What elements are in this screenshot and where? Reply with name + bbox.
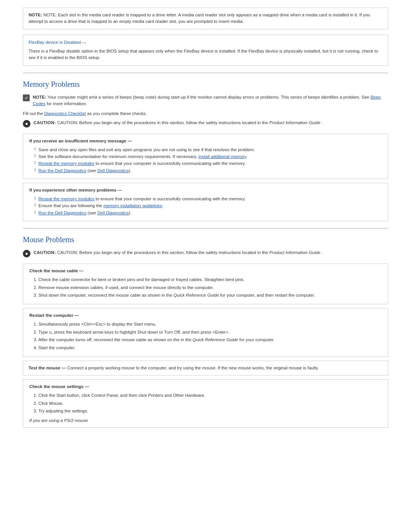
mouse-box-2-heading-text: Restart the computer — (29, 313, 79, 318)
list-item: After the computer turns off, reconnect … (38, 336, 382, 343)
top-note-text: NOTE: Each slot in the media card reader… (29, 13, 370, 24)
test-mouse-bold: Test the mouse — (29, 366, 66, 370)
caution-text-memory: CAUTION: Before you begin any of the pro… (57, 120, 269, 125)
list-item: Type u, press the keyboard arrow keys to… (38, 329, 382, 335)
mouse-box-1-list: Check the cable connector for bent or br… (29, 276, 382, 299)
memory-box-1-heading: If you receive an insufficient memory me… (29, 139, 382, 143)
memory-box-2: If you experience other memory problems … (23, 183, 388, 221)
mouse-section-heading: Mouse Problems (23, 235, 388, 244)
note-label-memory: NOTE: (33, 95, 46, 99)
mouse-box-1: Check the mouse cable — Check the cable … (23, 264, 388, 304)
list-item: Reseat the memory modules to ensure that… (35, 160, 382, 167)
mouse-box-3-heading: Check the mouse settings — (29, 384, 382, 389)
mouse-box-2-heading: Restart the computer — (29, 313, 382, 318)
mouse-box-1-heading: Check the mouse cable — (29, 268, 382, 273)
diagnostics-suffix: as you complete these checks. (87, 111, 147, 116)
install-additional-memory-link[interactable]: install additional memory (198, 154, 246, 159)
caution-icon-memory: ● (23, 120, 30, 128)
memory-box-1: If you receive an insufficient memory me… (23, 134, 388, 179)
top-note-box: NOTE: NOTE: Each slot in the media card … (23, 8, 388, 29)
flexbay-body-text: There is a FlexBay disable option in the… (29, 48, 382, 61)
caution-icon-mouse: ● (23, 250, 30, 257)
list-item: Ensure that you are following the memory… (35, 202, 382, 209)
test-mouse-box: Test the mouse — Connect a properly work… (23, 361, 388, 375)
mouse-box-1-heading-text: Check the mouse cable — (29, 268, 84, 273)
mouse-caution-text: CAUTION: CAUTION: Before you begin any o… (33, 249, 323, 256)
page-content: NOTE: NOTE: Each slot in the media card … (23, 8, 388, 428)
list-item: Check the cable connector for bent or br… (38, 276, 382, 283)
caution-italic-memory: Product Information Guide (269, 120, 320, 125)
memory-caution-row: ● CAUTION: CAUTION: Before you begin any… (23, 120, 388, 128)
dell-diagnostics-link-1[interactable]: Dell Diagnostics (97, 168, 129, 173)
list-item: See the software documentation for minim… (35, 153, 382, 160)
memory-installation-guidelines-link[interactable]: memory installation guidelines (104, 203, 162, 208)
caution-text-mouse: CAUTION: Before you begin any of the pro… (57, 250, 269, 255)
memory-section-heading: Memory Problems (23, 80, 388, 89)
note-icon: ✓ (23, 94, 30, 101)
list-item: Run the Dell Diagnostics (see Dell Diagn… (35, 167, 382, 174)
list-item: Shut down the computer, reconnect the mo… (38, 292, 382, 299)
list-item: Click the Start button, click Control Pa… (38, 392, 382, 399)
list-item: Reseat the memory modules to ensure that… (35, 195, 382, 202)
diagnostics-checklist-link[interactable]: Diagnostics Checklist (44, 111, 86, 116)
memory-note-text: NOTE: Your computer might emit a series … (33, 94, 388, 107)
list-item: Try adjusting the settings. (38, 407, 382, 414)
memory-box-2-list: Reseat the memory modules to ensure that… (29, 195, 382, 216)
memory-note-row: ✓ NOTE: Your computer might emit a serie… (23, 94, 388, 107)
memory-box-1-heading-text: If you receive an insufficient memory me… (29, 139, 132, 143)
mouse-section: Mouse Problems ● CAUTION: CAUTION: Befor… (23, 235, 388, 428)
flexbay-box: FlexBay device is Disabled — There is a … (23, 35, 388, 66)
mouse-box-3: Check the mouse settings — Click the Sta… (23, 379, 388, 428)
diagnostics-line: Fill out the Diagnostics Checklist as yo… (23, 111, 388, 116)
section-divider-2 (23, 228, 388, 228)
memory-box-2-heading: If you experience other memory problems … (29, 188, 382, 192)
memory-box-2-heading-text: If you experience other memory problems … (29, 188, 122, 192)
caution-label-mouse: CAUTION: (33, 250, 56, 255)
memory-note-text1: Your computer might emit a series of bee… (48, 95, 371, 99)
caution-suffix-memory: . (322, 120, 323, 125)
caution-italic-mouse: Product Information Guide (269, 250, 320, 255)
mouse-box-2: Restart the computer — Simultaneously pr… (23, 308, 388, 357)
diagnostics-prefix: Fill out the (23, 111, 44, 116)
mouse-box-3-heading-text: Check the mouse settings — (29, 384, 89, 389)
caution-suffix-mouse: . (322, 250, 323, 255)
mouse-caution-row: ● CAUTION: CAUTION: Before you begin any… (23, 249, 388, 257)
run-dell-diagnostics-link-2[interactable]: Run the Dell Diagnostics (38, 211, 86, 215)
memory-box-1-list: Save and close any open files and exit a… (29, 146, 382, 174)
flexbay-heading-link[interactable]: FlexBay device is Disabled — (29, 40, 86, 45)
list-item: Simultaneously press <Ctrl><Esc> to disp… (38, 321, 382, 328)
list-item: Run the Dell Diagnostics (see Dell Diagn… (35, 209, 382, 216)
caution-label-memory: CAUTION: (33, 120, 56, 125)
dell-diagnostics-link-2[interactable]: Dell Diagnostics (97, 211, 129, 215)
mouse-box-3-list: Click the Start button, click Control Pa… (29, 392, 382, 414)
note-label: NOTE: (29, 13, 42, 17)
memory-caution-text: CAUTION: CAUTION: Before you begin any o… (33, 120, 323, 126)
section-divider-1 (23, 73, 388, 73)
test-mouse-text: Connect a properly working mouse to the … (67, 366, 319, 370)
run-dell-diagnostics-link-1[interactable]: Run the Dell Diagnostics (38, 168, 86, 173)
reseat-memory-link-2[interactable]: Reseat the memory modules (38, 197, 94, 201)
list-item: Start the computer. (38, 344, 382, 351)
memory-section: Memory Problems ✓ NOTE: Your computer mi… (23, 80, 388, 221)
memory-note-text2: for more information. (46, 101, 87, 106)
mouse-box-3-footer: If you are using a PS/2 mouse (29, 418, 382, 423)
list-item: Remove mouse extension cables, if used, … (38, 284, 382, 291)
reseat-memory-link[interactable]: Reseat the memory modules (38, 161, 94, 166)
mouse-box-2-list: Simultaneously press <Ctrl><Esc> to disp… (29, 321, 382, 351)
list-item: Save and close any open files and exit a… (35, 146, 382, 153)
list-item: Click Mouse. (38, 400, 382, 407)
